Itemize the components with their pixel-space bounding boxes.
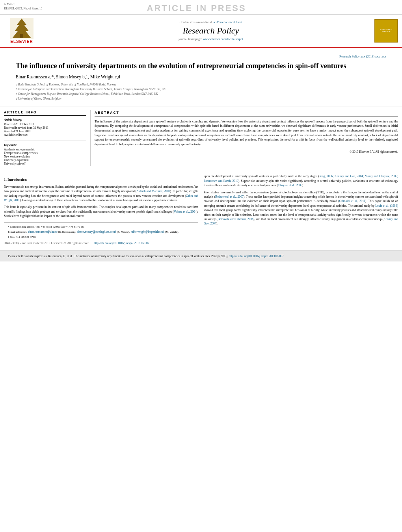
journal-reference: Research Policy xxx (2013) xxx–xxx	[16, 55, 386, 58]
revised-date: Received in revised form 31 May 2013	[4, 126, 86, 130]
intro-para4: Prior studies have mainly used either th…	[204, 190, 398, 226]
journal-url[interactable]: www.elsevier.com/locate/respol	[203, 37, 243, 41]
page-footer: Please cite this article in press as: Ra…	[0, 250, 402, 261]
affiliations: a Bodø Graduate School of Business, Univ…	[16, 82, 386, 101]
affiliation-d: d University of Ghent, Ghent, Belgium	[16, 96, 386, 101]
keyword-3: New venture evolution	[4, 155, 86, 158]
intro-para2: This issue is especially pertinent in th…	[4, 205, 198, 218]
bottom-doi-bar: 0048-7333/$ – see front matter © 2013 El…	[0, 240, 402, 247]
journal-header: ELSEVIER Contents lists available at Sci…	[0, 15, 402, 48]
body-left-col: 1. Introduction New ventures do not emer…	[4, 174, 198, 240]
article-title-section: Research Policy xxx (2013) xxx–xxx The i…	[0, 48, 402, 106]
elsevier-text: ELSEVIER	[10, 39, 33, 44]
intro-heading: 1. Introduction	[4, 177, 198, 183]
intro-para1: New ventures do not emerge in a vacuum. …	[4, 185, 198, 203]
copyright: © 2013 Elsevier B.V. All rights reserved…	[95, 150, 398, 154]
watermark-text: ARTICLE IN PRESS	[42, 2, 351, 13]
keyword-1: Academic entrepreneurship	[4, 148, 86, 151]
corresponding-note: * Corresponding author. Tel.: +47 75 51 …	[8, 225, 198, 229]
article-history-label: Article history:	[4, 118, 86, 122]
doi-link[interactable]: http://dx.doi.org/10.1016/j.respol.2013.…	[94, 241, 149, 245]
keywords-label: Keywords:	[4, 143, 86, 147]
ref-label: RESPOL-2873; No. of Pages 15	[4, 7, 42, 11]
keyword-2: Entrepreneurial competencies	[4, 152, 86, 155]
journal-homepage: journal homepage: www.elsevier.com/locat…	[47, 37, 374, 41]
elsevier-tree-icon	[10, 18, 34, 39]
keyword-5: University spin-off	[4, 162, 86, 165]
sciverse-line: Contents lists available at SciVerse Sci…	[47, 20, 374, 24]
top-bar: G Model RESPOL-2873; No. of Pages 15 ART…	[0, 0, 402, 15]
article-authors: Einar Rasmussen a,*, Simon Mosey b,1, Mi…	[16, 74, 386, 79]
affiliation-b: b Institute for Enterprise and Innovatio…	[16, 87, 386, 92]
keywords-section: Keywords: Academic entrepreneurship Entr…	[4, 141, 86, 165]
body-right-col: upon the development of university spin-…	[204, 174, 398, 240]
sciverse-link[interactable]: SciVerse ScienceDirect	[213, 20, 242, 24]
received-date: Received 26 October 2011	[4, 123, 86, 126]
affiliation-a: a Bodø Graduate School of Business, Univ…	[16, 82, 386, 87]
article-title: The influence of university departments …	[16, 61, 386, 70]
journal-center: Contents lists available at SciVerse Sci…	[47, 20, 374, 41]
elsevier-logo: ELSEVIER	[4, 18, 39, 44]
model-ref: G Model RESPOL-2873; No. of Pages 15	[4, 2, 42, 11]
body-section: 1. Introduction New ventures do not emer…	[0, 170, 402, 240]
research-policy-badge: RESEARCH POLICY	[374, 19, 398, 43]
article-info-title: ARTICLE INFO	[4, 110, 86, 116]
journal-name: Research Policy	[47, 26, 374, 36]
issn-text: 0048-7333/$ – see front matter © 2013 El…	[4, 241, 90, 245]
model-label: G Model	[4, 2, 42, 7]
footer-doi-link[interactable]: http://dx.doi.org/10.1016/j.respol.2013.…	[229, 254, 284, 258]
footer-text: Please cite this article in press as: Ra…	[8, 254, 228, 258]
article-info-col: ARTICLE INFO Article history: Received 2…	[4, 110, 91, 166]
svg-rect-2	[20, 34, 23, 38]
footnotes: * Corresponding author. Tel.: +47 75 51 …	[4, 222, 198, 239]
email-line: E-mail addresses: einar.rasmussen@uin.no…	[8, 230, 198, 234]
intro-para3: upon the development of university spin-…	[204, 174, 398, 187]
abstract-col: ABSTRACT The influence of the university…	[95, 110, 398, 166]
abstract-text: The influence of the university departme…	[95, 119, 398, 147]
available-date: Available online xxx	[4, 133, 86, 137]
info-abstract-section: ARTICLE INFO Article history: Received 2…	[0, 106, 402, 170]
affiliation-c: c Centre for Management Buy-out Research…	[16, 92, 386, 96]
abstract-title: ABSTRACT	[95, 110, 398, 117]
keyword-4: University department	[4, 159, 86, 162]
accepted-date: Accepted 24 June 2013	[4, 130, 86, 133]
tel-note: 1 Tel.: +44 115 951 3763.	[8, 235, 198, 239]
